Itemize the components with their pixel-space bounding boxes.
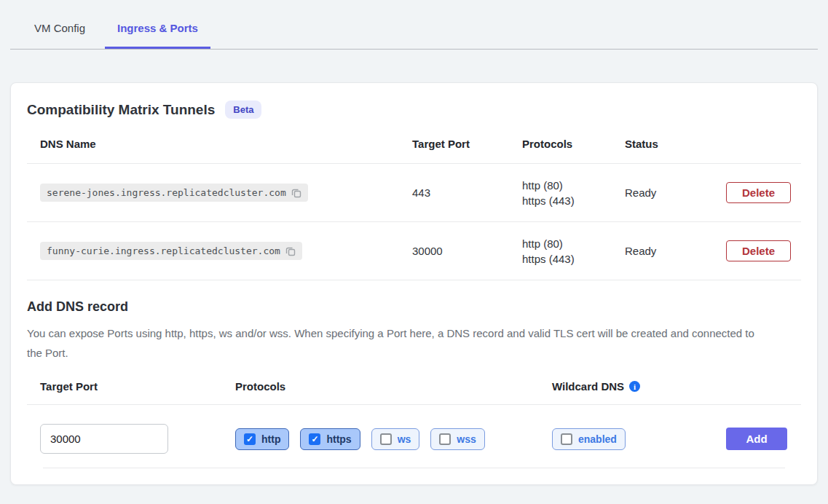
protocol-toggles: http https ws wss [235, 428, 552, 450]
table-row: serene-jones.ingress.replicatedcluster.c… [27, 164, 801, 222]
add-dns-description: You can expose Ports using http, https, … [27, 323, 762, 363]
add-form-header-row: Target Port Protocols Wildcard DNS [27, 371, 801, 405]
dns-name-text: serene-jones.ingress.replicatedcluster.c… [47, 187, 286, 198]
header-status: Status [625, 138, 726, 150]
protocol-toggle-wss[interactable]: wss [430, 428, 484, 450]
add-dns-section: Add DNS record You can expose Ports usin… [27, 299, 801, 468]
copy-icon[interactable] [291, 188, 301, 198]
protocol-toggle-https[interactable]: https [300, 428, 360, 450]
add-form-row: http https ws wss enabled [27, 405, 801, 454]
checkbox-icon [561, 433, 572, 445]
info-icon[interactable] [629, 381, 640, 392]
form-header-target-port: Target Port [40, 380, 235, 393]
dns-name-text: funny-curie.ingress.replicatedcluster.co… [47, 245, 280, 256]
form-header-wildcard-dns: Wildcard DNS [552, 380, 624, 393]
card-title-row: Compatibility Matrix Tunnels Beta [11, 83, 817, 129]
tab-bar: VM Config Ingress & Ports [10, 0, 818, 50]
table-row: funny-curie.ingress.replicatedcluster.co… [27, 222, 801, 280]
tab-vm-config[interactable]: VM Config [22, 16, 98, 49]
status-cell: Ready [625, 186, 726, 199]
copy-icon[interactable] [285, 246, 296, 256]
toggle-label: ws [398, 433, 411, 445]
add-dns-title: Add DNS record [27, 299, 801, 315]
wildcard-enabled-toggle[interactable]: enabled [552, 428, 626, 450]
target-port-cell: 443 [412, 186, 522, 199]
protocol-toggle-ws[interactable]: ws [371, 428, 420, 450]
checkbox-icon [309, 433, 320, 445]
protocol-line: https (443) [522, 193, 625, 208]
delete-button[interactable]: Delete [726, 182, 791, 203]
checkbox-icon [439, 433, 451, 445]
target-port-input[interactable] [40, 424, 168, 454]
protocol-line: http (80) [522, 236, 625, 251]
status-cell: Ready [625, 245, 726, 257]
protocol-line: http (80) [522, 178, 625, 193]
checkbox-icon [380, 433, 392, 445]
toggle-label: http [261, 433, 280, 445]
tunnels-table: DNS Name Target Port Protocols Status se… [27, 129, 801, 280]
target-port-cell: 30000 [412, 245, 522, 257]
tab-ingress-ports[interactable]: Ingress & Ports [105, 16, 210, 49]
header-dns-name: DNS Name [40, 138, 412, 150]
bottom-divider [43, 468, 785, 468]
protocols-cell: http (80) https (443) [522, 236, 625, 267]
protocols-cell: http (80) https (443) [522, 178, 625, 208]
dns-name-pill: funny-curie.ingress.replicatedcluster.co… [40, 242, 302, 260]
dns-name-pill: serene-jones.ingress.replicatedcluster.c… [40, 184, 308, 202]
checkbox-icon [244, 433, 256, 445]
toggle-label: https [326, 433, 351, 445]
header-protocols: Protocols [522, 138, 625, 150]
table-header-row: DNS Name Target Port Protocols Status [27, 129, 801, 164]
card-title: Compatibility Matrix Tunnels [27, 102, 215, 118]
toggle-label: wss [457, 433, 476, 445]
tunnels-card: Compatibility Matrix Tunnels Beta DNS Na… [10, 82, 818, 485]
toggle-label: enabled [578, 433, 617, 445]
beta-badge: Beta [225, 101, 261, 119]
header-target-port: Target Port [412, 138, 522, 150]
form-header-protocols: Protocols [235, 380, 552, 393]
delete-button[interactable]: Delete [726, 240, 791, 261]
add-button[interactable]: Add [726, 428, 787, 450]
protocol-line: https (443) [522, 251, 625, 267]
protocol-toggle-http[interactable]: http [235, 428, 289, 450]
